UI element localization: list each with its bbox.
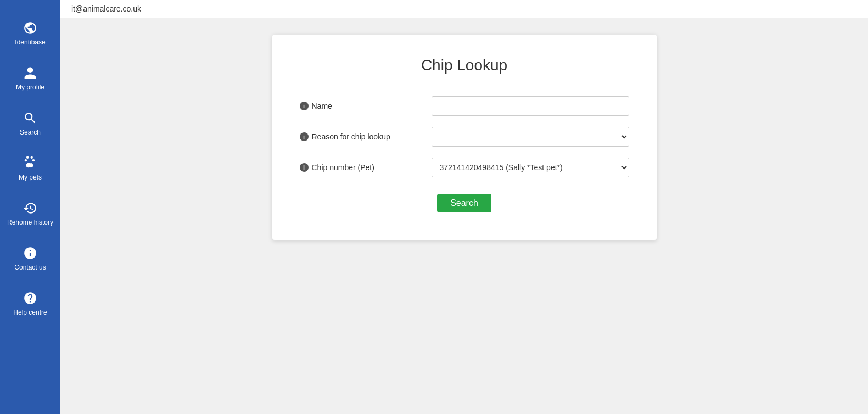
name-row: i Name xyxy=(300,96,629,116)
info-icon xyxy=(23,246,37,260)
header-bar: it@animalcare.co.uk xyxy=(60,0,868,18)
sidebar-item-label-help-centre: Help centre xyxy=(13,309,47,316)
header-email: it@animalcare.co.uk xyxy=(71,4,141,13)
reason-row: i Reason for chip lookup xyxy=(300,127,629,147)
history-icon xyxy=(23,201,37,215)
card-title: Chip Lookup xyxy=(300,57,629,74)
name-input[interactable] xyxy=(432,96,629,116)
sidebar-item-identibase[interactable]: Identibase xyxy=(0,11,60,56)
sidebar-item-my-pets[interactable]: My pets xyxy=(0,146,60,191)
sidebar-item-contact-us[interactable]: Contact us xyxy=(0,236,60,281)
sidebar-item-label-my-profile: My profile xyxy=(16,83,44,91)
sidebar-item-label-rehome-history: Rehome history xyxy=(7,219,53,226)
paw-icon xyxy=(23,156,37,170)
sidebar-item-label-contact-us: Contact us xyxy=(14,264,46,271)
chip-lookup-card: Chip Lookup i Name i Reason for chip loo… xyxy=(272,35,657,240)
search-icon xyxy=(23,111,37,125)
sidebar-item-label-identibase: Identibase xyxy=(15,38,45,46)
search-button[interactable]: Search xyxy=(437,194,491,212)
footer: v230606.072527 © 2023 The identibase Ter… xyxy=(60,410,868,414)
chip-info-icon: i xyxy=(300,163,309,172)
sidebar-item-my-profile[interactable]: My profile xyxy=(0,56,60,101)
chip-select[interactable]: 372141420498415 (Sally *Test pet*) xyxy=(432,158,629,177)
reason-info-icon: i xyxy=(300,132,309,141)
chip-row: i Chip number (Pet) 372141420498415 (Sal… xyxy=(300,158,629,177)
sidebar-item-rehome-history[interactable]: Rehome history xyxy=(0,191,60,236)
user-icon xyxy=(23,66,37,80)
reason-select[interactable] xyxy=(432,127,629,147)
globe-icon xyxy=(23,21,37,35)
sidebar-item-label-my-pets: My pets xyxy=(19,174,42,181)
question-icon xyxy=(23,291,37,305)
sidebar-item-help-centre[interactable]: Help centre xyxy=(0,281,60,326)
sidebar-item-label-search: Search xyxy=(20,128,41,136)
sidebar: Identibase My profile Search My pets xyxy=(0,0,60,414)
main-content: Chip Lookup i Name i Reason for chip loo… xyxy=(60,18,868,410)
name-info-icon: i xyxy=(300,102,309,110)
chip-label: i Chip number (Pet) xyxy=(300,163,432,172)
sidebar-item-search[interactable]: Search xyxy=(0,101,60,146)
reason-label: i Reason for chip lookup xyxy=(300,132,432,141)
name-label: i Name xyxy=(300,102,432,110)
